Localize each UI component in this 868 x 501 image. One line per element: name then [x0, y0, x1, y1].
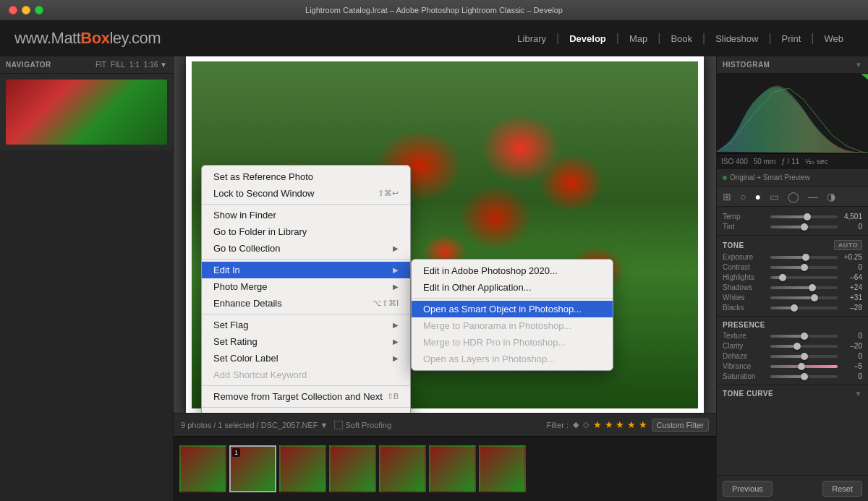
brand: www.MattBoxley.com — [14, 29, 507, 48]
1to1-control[interactable]: 1:1 — [129, 61, 140, 69]
tone-curve-section: Tone Curve ▼ — [717, 390, 868, 398]
exposure-slider[interactable] — [770, 256, 838, 259]
navigator-thumbnail — [6, 80, 167, 145]
menu-edit-in[interactable]: Edit In ▶ Edit in Adobe Photoshop 2020..… — [202, 262, 410, 278]
menu-photo-merge[interactable]: Photo Merge ▶ — [202, 278, 410, 295]
zoom-control[interactable]: 1:16 ▼ — [144, 61, 167, 69]
tone-curve-arrow: ▼ — [855, 390, 862, 398]
contrast-slider[interactable] — [770, 266, 838, 269]
menu-go-folder[interactable]: Go to Folder in Library — [202, 223, 410, 240]
tint-slider[interactable] — [770, 226, 838, 228]
filter-area: Filter : ◆ ◇ ★ ★ ★ ★ ★ Custom Filter — [547, 419, 709, 432]
filmstrip-thumb-4[interactable] — [329, 445, 376, 492]
filmstrip-thumb-5[interactable] — [379, 445, 426, 492]
texture-label: Texture — [723, 332, 767, 340]
dehaze-label: Dehaze — [723, 352, 767, 360]
histogram-title: Histogram — [723, 61, 855, 69]
tone-section-label: Tone Auto — [723, 240, 862, 250]
filmstrip-thumb-6[interactable] — [429, 445, 476, 492]
filmstrip-thumb-7[interactable] — [479, 445, 526, 492]
range-mask-icon[interactable]: ◑ — [825, 189, 837, 204]
saturation-label: Saturation — [723, 372, 767, 380]
menu-show-finder[interactable]: Show in Finder — [202, 207, 410, 223]
filter-icon-1[interactable]: ◆ — [573, 420, 579, 429]
exposure-info: ISO 400 50 mm ƒ / 11 ¹⁄₂₅ sec — [717, 153, 868, 169]
submenu-edit-ps2020[interactable]: Edit in Adobe Photoshop 2020... — [412, 262, 613, 279]
filmstrip-thumb-2[interactable]: 1 — [229, 445, 276, 492]
nav-library[interactable]: Library — [507, 33, 556, 44]
nav-develop[interactable]: Develop — [559, 33, 616, 44]
whites-slider[interactable] — [770, 296, 838, 299]
fit-control[interactable]: FIT — [95, 61, 106, 69]
histogram-svg — [717, 74, 868, 153]
blacks-label: Blacks — [723, 304, 767, 312]
menu-set-color-label[interactable]: Set Color Label ▶ — [202, 350, 410, 367]
navigator-header: Navigator FIT FILL 1:1 1:16 ▼ — [0, 56, 173, 74]
nav-slideshow[interactable]: Slideshow — [705, 33, 768, 44]
submenu-open-smart-object[interactable]: Open as Smart Object in Photoshop... — [412, 301, 613, 317]
shadows-slider[interactable] — [770, 286, 838, 289]
divider-1 — [717, 235, 868, 236]
nav-web[interactable]: Web — [814, 33, 854, 44]
exposure-value: +0.25 — [841, 253, 862, 261]
nav-book[interactable]: Book — [660, 33, 702, 44]
previous-button[interactable]: Previous — [723, 481, 773, 497]
filmstrip-thumb-3[interactable] — [279, 445, 326, 492]
highlights-slider[interactable] — [770, 276, 838, 279]
menu-set-rating[interactable]: Set Rating ▶ — [202, 333, 410, 350]
menu-stacking[interactable]: Stacking ▶ — [202, 410, 410, 413]
radial-filter-icon[interactable]: ◯ — [786, 189, 801, 204]
dehaze-slider[interactable] — [770, 355, 838, 358]
menu-set-reference[interactable]: Set as Reference Photo — [202, 168, 410, 185]
menu-set-flag[interactable]: Set Flag ▶ — [202, 317, 410, 333]
navigator-controls[interactable]: FIT FILL 1:1 1:16 ▼ — [95, 61, 167, 69]
preview-strip: Original + Smart Preview — [717, 169, 868, 187]
graduated-filter-icon[interactable]: ▭ — [768, 189, 780, 204]
menu-go-collection[interactable]: Go to Collection ▶ — [202, 240, 410, 257]
temp-slider[interactable] — [770, 215, 838, 218]
minimize-button[interactable] — [22, 6, 30, 14]
close-button[interactable] — [9, 6, 17, 14]
vibrance-slider[interactable] — [770, 365, 838, 368]
spot-removal-icon[interactable]: ○ — [739, 189, 747, 204]
reset-button[interactable]: Reset — [822, 481, 862, 497]
temp-row: Temp 4,501 — [723, 213, 862, 220]
soft-proofing-checkbox[interactable] — [334, 421, 343, 429]
maximize-button[interactable] — [35, 6, 43, 14]
auto-button[interactable]: Auto — [834, 240, 862, 250]
star-filter[interactable]: ★ ★ ★ ★ ★ — [593, 419, 647, 430]
tone-section: Tone Auto Exposure +0.25 Contrast — [717, 240, 868, 312]
color-label-arrow: ▶ — [393, 354, 399, 362]
crop-tool-icon[interactable]: ⊞ — [721, 189, 733, 204]
rating-arrow: ▶ — [393, 338, 399, 346]
submenu-edit-other[interactable]: Edit in Other Application... — [412, 279, 613, 296]
filter-icon-2[interactable]: ◇ — [583, 420, 589, 429]
menu-lock-second-window[interactable]: Lock to Second Window ⇧⌘↩ — [202, 185, 410, 202]
menu-sep-4 — [202, 385, 410, 386]
main-layout: Navigator FIT FILL 1:1 1:16 ▼ Set as Ref… — [0, 56, 868, 501]
histogram-arrow: ▼ — [855, 61, 862, 69]
menu-remove-target[interactable]: Remove from Target Collection and Next ⇧… — [202, 388, 410, 405]
custom-filter-dropdown[interactable]: Custom Filter — [652, 419, 709, 432]
clarity-slider[interactable] — [770, 345, 838, 348]
filmstrip-thumb-1[interactable] — [179, 445, 226, 492]
develop-panel: Temp 4,501 Tint 0 — [717, 207, 868, 475]
fill-control[interactable]: FILL — [111, 61, 125, 69]
menu-sep-1 — [202, 204, 410, 205]
tone-curve-label: Tone Curve ▼ — [723, 390, 862, 398]
blacks-value: –28 — [841, 304, 862, 312]
blacks-slider[interactable] — [770, 307, 838, 309]
texture-slider[interactable] — [770, 335, 838, 338]
red-eye-icon[interactable]: ● — [753, 189, 762, 204]
divider-2 — [717, 316, 868, 317]
traffic-lights[interactable] — [9, 6, 43, 14]
nav-map[interactable]: Map — [619, 33, 658, 44]
iso-text: ISO 400 — [721, 158, 748, 166]
submenu-merge-panorama: Merge to Panorama in Photoshop... — [412, 317, 613, 334]
soft-proofing-container: Soft Proofing — [334, 421, 392, 429]
photo-count-text[interactable]: 9 photos / 1 selected / DSC_2057.NEF ▼ — [181, 421, 328, 429]
menu-enhance-details[interactable]: Enhance Details ⌥⇧⌘I — [202, 295, 410, 312]
adjustment-brush-icon[interactable]: — — [807, 189, 820, 204]
nav-print[interactable]: Print — [772, 33, 812, 44]
saturation-slider[interactable] — [770, 375, 838, 378]
